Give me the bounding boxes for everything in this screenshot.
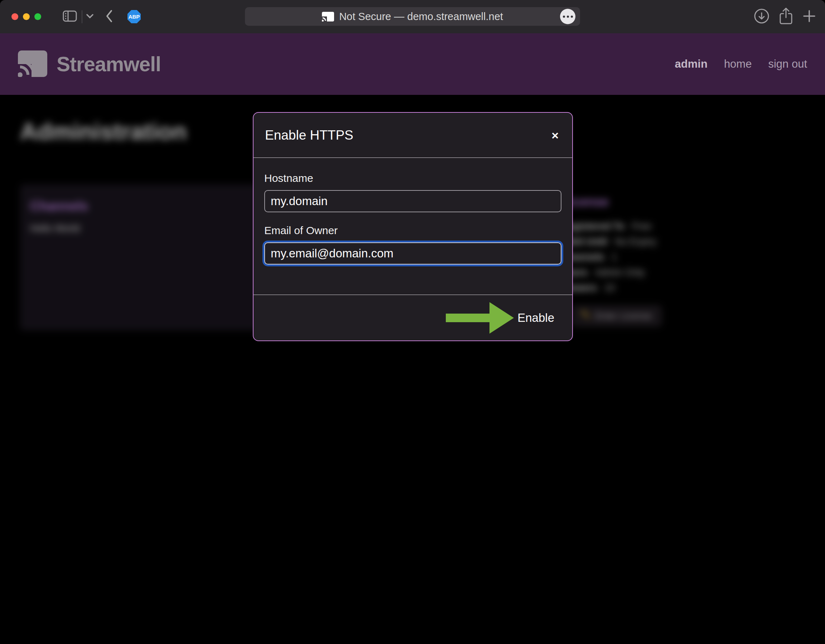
address-bar[interactable]: Not Secure — demo.streamwell.net	[245, 7, 580, 26]
license-row-value: No Expiry	[615, 234, 657, 250]
license-panel: License Registered To Free Valid Until N…	[561, 195, 819, 326]
nav-link-signout[interactable]: sign out	[768, 58, 807, 71]
chrome-right-buttons	[753, 0, 816, 33]
email-label: Email of Owner	[264, 224, 561, 236]
browser-chrome: ABP Not Secure — demo.streamwell.net	[0, 0, 825, 33]
hostname-field-group: Hostname	[264, 172, 561, 212]
license-row: Valid Until No Expiry	[561, 234, 819, 250]
window-close-button[interactable]	[11, 13, 18, 20]
sidebar-toggle-button[interactable]	[63, 10, 77, 23]
share-icon	[778, 7, 794, 26]
license-row-value: Free	[632, 219, 652, 234]
license-row: Registered To Free	[561, 219, 819, 234]
email-field-group: Email of Owner	[264, 224, 561, 264]
nav-link-home[interactable]: home	[724, 58, 752, 71]
adblock-extension-button[interactable]: ABP	[127, 10, 141, 23]
modal-footer: Enable	[253, 295, 572, 340]
modal-header: Enable HTTPS ×	[253, 113, 572, 158]
back-button[interactable]	[105, 10, 113, 24]
share-button[interactable]	[778, 7, 794, 26]
key-icon	[581, 310, 590, 322]
site-favicon-cast-icon	[322, 12, 334, 22]
chevron-down-icon	[86, 14, 94, 20]
hostname-label: Hostname	[264, 172, 561, 184]
plus-icon	[802, 9, 816, 24]
license-row-value: 1	[612, 250, 617, 265]
enter-license-label: Enter License	[595, 310, 652, 321]
page-title: Administration	[20, 118, 187, 145]
brand-logo[interactable]: Streamwell	[18, 51, 161, 78]
email-input[interactable]	[264, 242, 561, 264]
license-row: Viewers 10	[561, 280, 819, 296]
channel-link[interactable]: Hello World	[30, 223, 80, 234]
download-icon	[753, 8, 770, 25]
cast-icon	[18, 51, 47, 78]
hostname-input[interactable]	[264, 190, 561, 212]
address-bar-text: Not Secure — demo.streamwell.net	[339, 11, 503, 23]
nav-link-admin[interactable]: admin	[675, 58, 708, 71]
sidebar-icon	[63, 10, 77, 23]
license-row-value: Admin Only	[595, 265, 645, 280]
enable-button[interactable]: Enable	[514, 309, 558, 327]
window-controls	[11, 13, 41, 20]
new-tab-button[interactable]	[802, 9, 816, 24]
page-settings-ellipsis-button[interactable]	[560, 9, 575, 24]
tab-overview-chevron-button[interactable]	[86, 14, 94, 20]
window-minimize-button[interactable]	[23, 13, 30, 20]
chevron-left-icon	[105, 10, 113, 24]
site-header: Streamwell admin home sign out	[0, 33, 825, 95]
annotation-arrow	[446, 299, 514, 337]
downloads-button[interactable]	[753, 8, 770, 25]
license-title: License	[561, 195, 819, 209]
brand-wordmark: Streamwell	[57, 52, 161, 76]
window-zoom-button[interactable]	[34, 13, 41, 20]
abp-icon-label: ABP	[128, 14, 140, 20]
modal-close-button[interactable]: ×	[549, 129, 561, 141]
license-row-value: 10	[604, 280, 615, 296]
modal-body: Hostname Email of Owner	[253, 158, 572, 295]
enable-https-modal: Enable HTTPS × Hostname Email of Owner E…	[253, 112, 573, 341]
site-nav: admin home sign out	[675, 58, 807, 71]
license-row: Users Admin Only	[561, 265, 819, 280]
toolbar-divider	[82, 10, 82, 23]
modal-title: Enable HTTPS	[265, 128, 354, 143]
enter-license-button[interactable]: Enter License	[572, 306, 661, 326]
license-row: Channels 1	[561, 250, 819, 265]
